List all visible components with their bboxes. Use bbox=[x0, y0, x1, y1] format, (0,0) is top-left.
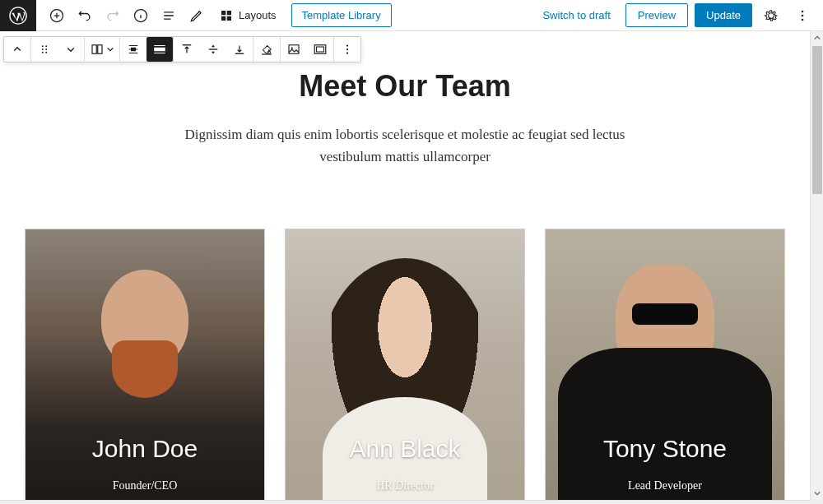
layouts-icon bbox=[219, 8, 234, 23]
team-columns-block[interactable]: John Doe Founder/CEO Ann Black HR Direct… bbox=[0, 229, 810, 500]
team-member-role[interactable]: Founder/CEO bbox=[113, 479, 178, 492]
undo-icon bbox=[77, 7, 93, 24]
info-button[interactable] bbox=[127, 2, 155, 30]
team-member-name[interactable]: Tony Stone bbox=[603, 435, 727, 463]
editor-canvas[interactable]: Meet Our Team Dignissim diam quis enim l… bbox=[0, 31, 810, 500]
wordpress-icon bbox=[9, 7, 27, 25]
undo-button[interactable] bbox=[71, 2, 99, 30]
svg-point-7 bbox=[802, 10, 804, 12]
add-block-button[interactable] bbox=[43, 2, 71, 30]
more-vertical-icon bbox=[794, 7, 811, 24]
team-member-name[interactable]: John Doe bbox=[92, 435, 198, 463]
pencil-icon bbox=[188, 7, 205, 24]
team-member-card[interactable]: Ann Black HR Director bbox=[285, 229, 525, 500]
team-member-name[interactable]: Ann Black bbox=[349, 435, 460, 463]
redo-icon bbox=[105, 7, 121, 24]
scrollbar-up-button[interactable] bbox=[811, 31, 823, 44]
preview-button[interactable]: Preview bbox=[625, 3, 688, 27]
svg-rect-5 bbox=[221, 16, 226, 20]
team-member-role[interactable]: Lead Developer bbox=[628, 479, 702, 492]
team-member-role[interactable]: HR Director bbox=[376, 479, 434, 492]
info-icon bbox=[133, 7, 149, 24]
edit-mode-button[interactable] bbox=[183, 2, 211, 30]
sunglasses-overlay bbox=[632, 303, 698, 325]
svg-rect-3 bbox=[221, 11, 226, 15]
settings-button[interactable] bbox=[759, 3, 783, 28]
svg-rect-6 bbox=[227, 16, 231, 20]
redo-button[interactable] bbox=[99, 2, 127, 30]
switch-to-draft-button[interactable]: Switch to draft bbox=[534, 4, 618, 26]
layouts-label: Layouts bbox=[239, 9, 277, 21]
top-toolbar: Layouts Template Library Switch to draft… bbox=[0, 0, 823, 31]
scrollbar-thumb[interactable] bbox=[812, 46, 822, 194]
list-icon bbox=[160, 7, 177, 24]
more-options-button[interactable] bbox=[790, 3, 815, 28]
svg-point-9 bbox=[802, 18, 804, 21]
template-library-button[interactable]: Template Library bbox=[291, 3, 392, 27]
scrollbar-down-button[interactable] bbox=[811, 487, 823, 500]
layouts-button[interactable]: Layouts bbox=[211, 3, 285, 28]
update-button[interactable]: Update bbox=[695, 3, 752, 27]
window-corner bbox=[810, 500, 823, 504]
svg-rect-4 bbox=[227, 11, 231, 15]
page-subtitle[interactable]: Dignissim diam quis enim lobortis sceler… bbox=[166, 123, 644, 168]
wordpress-logo-button[interactable] bbox=[0, 0, 36, 31]
team-member-card[interactable]: John Doe Founder/CEO bbox=[25, 229, 265, 500]
team-member-card[interactable]: Tony Stone Lead Developer bbox=[545, 229, 785, 500]
svg-point-8 bbox=[802, 14, 804, 16]
vertical-scrollbar[interactable] bbox=[810, 31, 823, 504]
page-title[interactable]: Meet Our Team bbox=[0, 69, 810, 104]
chevron-down-icon bbox=[813, 489, 821, 497]
window-resize-border bbox=[0, 500, 823, 504]
outline-button[interactable] bbox=[155, 2, 183, 30]
gear-icon bbox=[763, 7, 779, 24]
plus-circle-icon bbox=[49, 7, 65, 24]
chevron-up-icon bbox=[813, 34, 821, 42]
